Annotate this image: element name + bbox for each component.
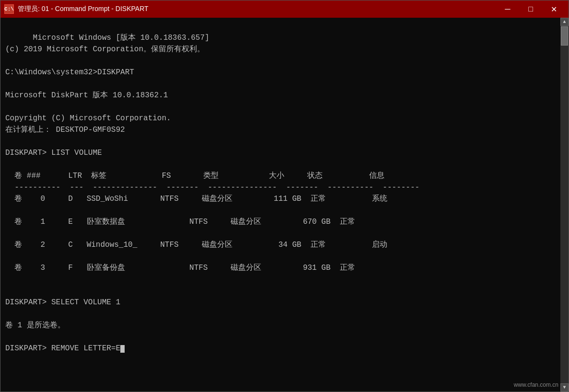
- scrollbar[interactable]: ▲ ▼: [560, 18, 569, 392]
- window-controls: ─ □ ✕: [497, 2, 565, 16]
- scroll-up-button[interactable]: ▲: [560, 18, 569, 26]
- window: C:\ 管理员: 01 - Command Prompt - DISKPART …: [0, 0, 569, 392]
- terminal-line-11: DISKPART> LIST VOLUME: [5, 149, 102, 157]
- remove-letter-cmd: DISKPART> REMOVE LETTER=E: [5, 344, 120, 353]
- title-bar: C:\ 管理员: 01 - Command Prompt - DISKPART …: [0, 0, 569, 18]
- watermark: www.cfan.com.cn: [514, 381, 558, 388]
- window-title: 管理员: 01 - Command Prompt - DISKPART: [18, 5, 497, 13]
- table-header: 卷 ### LTR 标签 FS 类型 大小 状态 信息: [5, 172, 384, 180]
- table-row: 卷 3 F 卧室备份盘 NTFS 磁盘分区 931 GB 正常: [5, 262, 556, 274]
- volume-selected-msg: 卷 1 是所选卷。: [5, 321, 65, 330]
- maximize-button[interactable]: □: [520, 2, 542, 16]
- terminal-line-1: Microsoft Windows [版本 10.0.18363.657]: [33, 34, 209, 42]
- select-volume-cmd: DISKPART> SELECT VOLUME 1: [5, 298, 120, 307]
- cursor: [120, 345, 125, 353]
- close-button[interactable]: ✕: [543, 2, 565, 16]
- terminal-output[interactable]: Microsoft Windows [版本 10.0.18363.657] (c…: [0, 18, 560, 392]
- scroll-thumb[interactable]: [561, 26, 568, 46]
- table-row: 卷 1 E 卧室数据盘 NTFS 磁盘分区 670 GB 正常: [5, 216, 556, 228]
- table-row: 卷 0 D SSD_WoShi NTFS 磁盘分区 111 GB 正常 系统: [5, 193, 556, 205]
- terminal-line-6: Microsoft DiskPart 版本 10.0.18362.1: [5, 91, 168, 100]
- table-row: 卷 2 C Windows_10_ NTFS 磁盘分区 34 GB 正常 启动: [5, 239, 556, 251]
- app-icon-text: C:\: [4, 6, 14, 12]
- table-separator: ---------- --- -------------- ------- --…: [5, 183, 419, 192]
- terminal-line-4: C:\Windows\system32>DISKPART: [5, 68, 134, 77]
- scroll-down-button[interactable]: ▼: [560, 383, 569, 392]
- minimize-button[interactable]: ─: [497, 2, 519, 16]
- content-area: Microsoft Windows [版本 10.0.18363.657] (c…: [0, 18, 569, 392]
- terminal-line-2: (c) 2019 Microsoft Corporation。保留所有权利。: [5, 45, 205, 54]
- terminal-line-9: 在计算机上： DESKTOP-GMF0S92: [5, 126, 125, 134]
- terminal-line-8: Copyright (C) Microsoft Corporation.: [5, 114, 171, 123]
- app-icon: C:\: [4, 4, 14, 14]
